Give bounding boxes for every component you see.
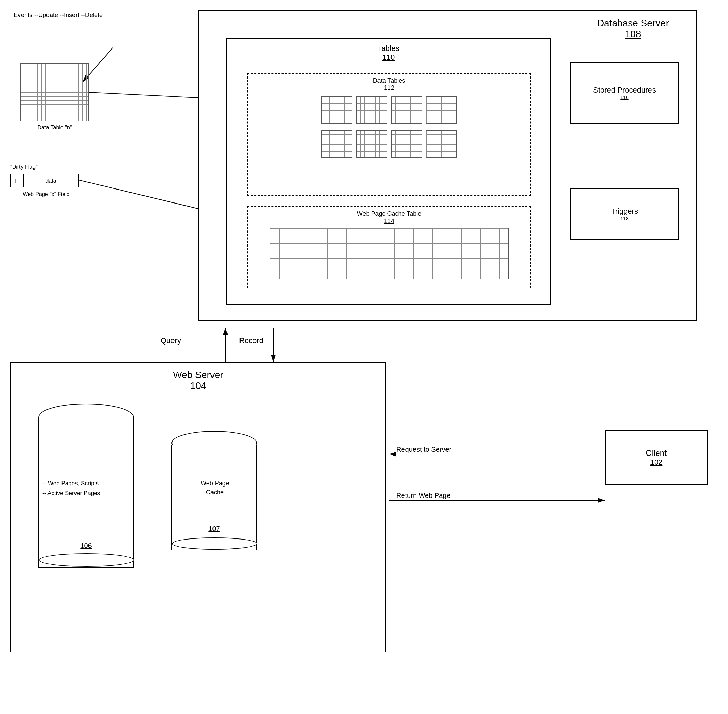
data-table-n-grid bbox=[21, 63, 89, 121]
cache-table-ref: 114 bbox=[248, 218, 530, 225]
events-label: Events --Update --Insert --Delete bbox=[14, 10, 103, 20]
dirty-flag-data: data bbox=[24, 174, 78, 188]
web-pages-line1: -- Web Pages, Scripts bbox=[42, 480, 99, 487]
grid-icon-5 bbox=[322, 130, 352, 158]
stored-proc-ref: 116 bbox=[620, 94, 628, 100]
web-pages-line2: -- Active Server Pages bbox=[42, 490, 100, 496]
data-tables-box: Data Tables 112 bbox=[247, 73, 531, 196]
cylinder-bottom bbox=[39, 553, 134, 567]
cylinder2-bottom bbox=[172, 537, 257, 550]
stored-procedures-box: Stored Procedures 116 bbox=[570, 62, 679, 124]
client-title: Client bbox=[646, 448, 666, 458]
db-server-title: Database Server 108 bbox=[597, 18, 669, 40]
web-pages-cylinder: -- Web Pages, Scripts -- Active Server P… bbox=[38, 404, 134, 574]
dirty-flag-field: F data bbox=[10, 174, 78, 187]
request-to-server-label: Request to Server bbox=[396, 446, 451, 453]
web-page-x-field-label: Web Page "x" Field bbox=[10, 191, 82, 197]
client-ref: 102 bbox=[650, 458, 663, 467]
web-server-title-text: Web Server bbox=[173, 369, 223, 380]
cylinder2-body: Web Page Cache 107 bbox=[171, 445, 257, 550]
grid-row-2 bbox=[248, 128, 530, 160]
query-label: Query bbox=[161, 336, 181, 345]
record-label: Record bbox=[239, 336, 263, 345]
db-server-title-text: Database Server bbox=[597, 18, 669, 28]
cylinder-body: -- Web Pages, Scripts -- Active Server P… bbox=[38, 417, 134, 567]
dirty-flag-f: F bbox=[11, 174, 24, 188]
web-cache-title2: Cache bbox=[206, 489, 224, 496]
data-tables-title-text: Data Tables bbox=[373, 77, 406, 84]
web-server-box: Web Server 104 -- Web Pages, Scripts -- … bbox=[10, 362, 386, 652]
cache-table-title: Web Page Cache Table 114 bbox=[248, 210, 530, 225]
dirty-flag-label: "Dirty Flag" bbox=[10, 164, 38, 170]
stored-proc-title: Stored Procedures bbox=[593, 86, 656, 94]
data-tables-ref: 112 bbox=[248, 84, 530, 92]
web-pages-ref: 106 bbox=[80, 542, 92, 550]
client-box: Client 102 bbox=[605, 430, 707, 485]
events-text: Events --Update --Insert --Delete bbox=[14, 12, 103, 18]
triggers-box: Triggers 118 bbox=[570, 189, 679, 240]
data-table-n-label: Data Table "n" bbox=[21, 124, 89, 131]
grid-icon-4 bbox=[426, 96, 457, 124]
grid-icon-1 bbox=[322, 96, 352, 124]
grid-icon-2 bbox=[356, 96, 387, 124]
grid-icon-6 bbox=[356, 130, 387, 158]
triggers-ref: 118 bbox=[620, 216, 628, 221]
diagram-container: Events --Update --Insert --Delete Data T… bbox=[0, 0, 728, 714]
tables-title-text: Tables bbox=[378, 44, 399, 52]
web-cache-title: Web Page bbox=[200, 480, 229, 487]
db-server-box: Database Server 108 Tables 110 Data Tabl… bbox=[198, 10, 697, 321]
tables-ref: 110 bbox=[227, 53, 550, 62]
cylinder-text: -- Web Pages, Scripts -- Active Server P… bbox=[42, 479, 131, 498]
web-page-cache-cylinder: Web Page Cache 107 bbox=[171, 431, 257, 561]
tables-box: Tables 110 Data Tables 112 bbox=[226, 38, 551, 304]
cylinder-ref: 106 bbox=[80, 542, 92, 550]
cylinder2-ref: 107 bbox=[208, 525, 220, 532]
grid-icon-3 bbox=[391, 96, 422, 124]
db-server-ref: 108 bbox=[597, 28, 669, 40]
web-server-ref: 104 bbox=[11, 380, 385, 392]
data-tables-title: Data Tables 112 bbox=[248, 77, 530, 92]
triggers-title: Triggers bbox=[611, 207, 638, 216]
grid-row-1 bbox=[248, 94, 530, 126]
return-web-page-label: Return Web Page bbox=[396, 492, 451, 500]
cache-table-title-text: Web Page Cache Table bbox=[357, 210, 421, 217]
web-cache-ref: 107 bbox=[208, 525, 220, 532]
grid-icon-7 bbox=[391, 130, 422, 158]
tables-title: Tables 110 bbox=[227, 44, 550, 62]
cache-table-box: Web Page Cache Table 114 bbox=[247, 206, 531, 288]
web-server-title: Web Server 104 bbox=[11, 369, 385, 392]
cache-grid bbox=[269, 228, 509, 279]
cylinder2-text: Web Page Cache bbox=[176, 479, 254, 497]
grid-icon-8 bbox=[426, 130, 457, 158]
